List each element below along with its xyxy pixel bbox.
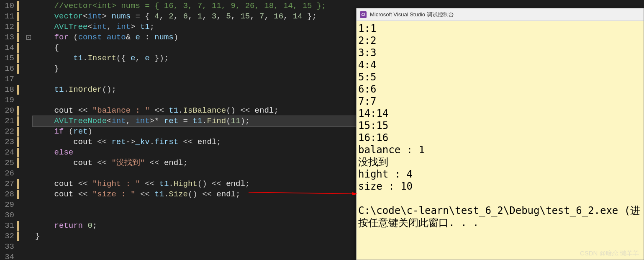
- console-titlebar[interactable]: C\ Microsoft Visual Studio 调试控制台: [357, 8, 644, 21]
- debug-console-window[interactable]: C\ Microsoft Visual Studio 调试控制台 1:1 2:2…: [356, 8, 644, 260]
- line-number: 25: [0, 158, 14, 168]
- code-line[interactable]: [35, 242, 356, 252]
- change-mark: [17, 200, 24, 210]
- code-line[interactable]: {: [35, 43, 356, 53]
- change-mark: [17, 74, 24, 85]
- line-number: 32: [0, 231, 14, 242]
- vs-icon: C\: [360, 11, 367, 18]
- code-line[interactable]: t1.Insert({ e, e });: [35, 53, 356, 64]
- change-mark: [17, 252, 24, 260]
- line-number: 34: [0, 252, 14, 260]
- line-number: 13: [0, 32, 14, 43]
- line-number: 30: [0, 210, 14, 221]
- change-mark: [17, 231, 24, 242]
- code-line[interactable]: AVLTreeNode<int, int>* ret = t1.Find(11)…: [33, 116, 356, 126]
- code-line[interactable]: //vector<int> nums = { 16, 3, 7, 11, 9, …: [35, 1, 356, 11]
- change-mark: [17, 64, 24, 74]
- line-number: 29: [0, 200, 14, 210]
- code-line[interactable]: cout << "没找到" << endl;: [35, 158, 356, 168]
- code-line[interactable]: [35, 95, 356, 106]
- code-line[interactable]: [35, 252, 356, 260]
- code-editor[interactable]: 1011121314151617181920212223242526272829…: [0, 0, 356, 260]
- code-line[interactable]: [35, 200, 356, 210]
- change-mark: [17, 85, 24, 95]
- code-line[interactable]: vector<int> nums = { 4, 2, 6, 1, 3, 5, 1…: [35, 11, 356, 22]
- change-mark: [17, 147, 24, 158]
- change-mark: [17, 53, 24, 64]
- change-mark: [17, 179, 24, 189]
- line-number: 20: [0, 106, 14, 116]
- change-mark: [17, 158, 24, 168]
- code-line[interactable]: cout << "balance : " << t1.IsBalance() <…: [35, 106, 356, 116]
- line-number: 27: [0, 179, 14, 189]
- line-number: 26: [0, 168, 14, 179]
- line-number: 10: [0, 1, 14, 11]
- change-mark: [17, 22, 24, 32]
- line-number: 24: [0, 147, 14, 158]
- line-number: 14: [0, 43, 14, 53]
- change-mark: [17, 1, 24, 11]
- code-line[interactable]: cout << "hight : " << t1.Hight() << endl…: [35, 179, 356, 189]
- change-mark: [17, 32, 24, 43]
- code-line[interactable]: return 0;: [35, 221, 356, 231]
- line-number: 15: [0, 53, 14, 64]
- code-line[interactable]: else: [35, 147, 356, 158]
- change-mark: [17, 11, 24, 22]
- code-line[interactable]: if (ret): [35, 126, 356, 137]
- change-marks-gutter: [17, 0, 24, 260]
- change-mark: [17, 221, 24, 231]
- code-line[interactable]: [35, 74, 356, 85]
- change-mark: [17, 43, 24, 53]
- line-number: 28: [0, 189, 14, 200]
- line-number: 33: [0, 242, 14, 252]
- code-line[interactable]: t1.InOrder();: [35, 85, 356, 95]
- code-line[interactable]: [35, 210, 356, 221]
- code-line[interactable]: }: [35, 231, 356, 242]
- change-mark: [17, 137, 24, 147]
- line-number: 18: [0, 85, 14, 95]
- change-mark: [17, 95, 24, 106]
- line-number: 11: [0, 11, 14, 22]
- code-area[interactable]: //vector<int> nums = { 16, 3, 7, 11, 9, …: [33, 0, 356, 260]
- line-number-gutter: 1011121314151617181920212223242526272829…: [0, 0, 17, 260]
- code-line[interactable]: [35, 168, 356, 179]
- fold-toggle-icon[interactable]: -: [26, 35, 31, 40]
- change-mark: [17, 106, 24, 116]
- console-output[interactable]: 1:1 2:2 3:3 4:4 5:5 6:6 7:7 14:14 15:15 …: [357, 21, 644, 231]
- line-number: 31: [0, 221, 14, 231]
- change-mark: [17, 189, 24, 200]
- console-title: Microsoft Visual Studio 调试控制台: [370, 11, 454, 18]
- fold-gutter[interactable]: -: [24, 0, 33, 260]
- change-mark: [17, 168, 24, 179]
- line-number: 19: [0, 95, 14, 106]
- line-number: 16: [0, 64, 14, 74]
- change-mark: [17, 126, 24, 137]
- line-number: 17: [0, 74, 14, 85]
- change-mark: [17, 242, 24, 252]
- line-number: 23: [0, 137, 14, 147]
- code-line[interactable]: AVLTree<int, int> t1;: [35, 22, 356, 32]
- code-line[interactable]: cout << ret->_kv.first << endl;: [35, 137, 356, 147]
- line-number: 12: [0, 22, 14, 32]
- change-mark: [17, 210, 24, 221]
- change-mark: [17, 116, 24, 126]
- line-number: 22: [0, 126, 14, 137]
- code-line[interactable]: for (const auto& e : nums): [35, 32, 356, 43]
- line-number: 21: [0, 116, 14, 126]
- code-line[interactable]: }: [35, 64, 356, 74]
- code-line[interactable]: cout << "size : " << t1.Size() << endl;: [35, 189, 356, 200]
